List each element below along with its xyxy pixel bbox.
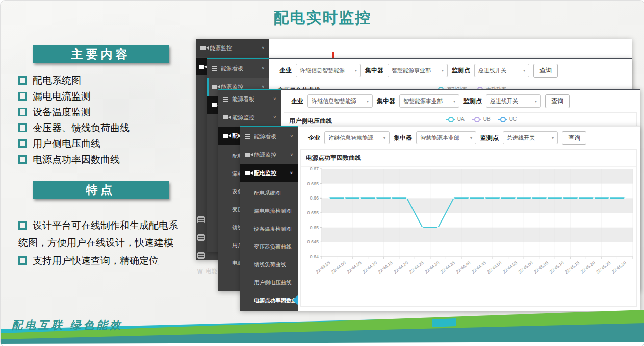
menu-item-energy-monitor[interactable]: 能源监控 ∨ bbox=[196, 39, 269, 57]
enterprise-select[interactable]: 许继信息智慧能源▾ bbox=[296, 64, 361, 77]
legend-circle bbox=[448, 117, 454, 122]
concentrator-label: 集中器 bbox=[365, 66, 383, 75]
enterprise-label: 企业 bbox=[291, 97, 303, 106]
list-item: 设计平台可在线制作和生成配电系统图，方便用户在线设计，快速建模 bbox=[18, 217, 183, 252]
caret-down-icon: ▾ bbox=[355, 68, 357, 73]
sidebar-power-factor: 能源看板∨能源监控∨配电监控∨配电系统图漏电电流检测图设备温度检测图变压器负荷曲… bbox=[240, 126, 298, 311]
x-axis-label: 22:43:55 bbox=[315, 260, 331, 275]
chart-legend: UAUBUC bbox=[446, 116, 517, 122]
list-item: 电源点功率因数曲线 bbox=[18, 152, 187, 167]
x-axis-label: 22:44:15 bbox=[377, 260, 393, 275]
list-item: 变压器、馈线负荷曲线 bbox=[18, 120, 187, 136]
enterprise-select[interactable]: 许继信息智慧能源▾ bbox=[307, 94, 373, 108]
select-value: 总进线开关 bbox=[507, 134, 535, 142]
bullet-square-icon bbox=[18, 92, 27, 101]
footer-slogan: 配电互联 绿色能效 bbox=[12, 318, 123, 332]
select-value: 许继信息智慧能源 bbox=[312, 97, 356, 105]
point-select[interactable]: 总进线开关▾ bbox=[474, 64, 529, 77]
point-label: 监测点 bbox=[480, 134, 499, 142]
chevron-down-icon: ∨ bbox=[261, 46, 265, 50]
concentrator-select[interactable]: 智慧能源事业部▾ bbox=[416, 131, 476, 144]
legend-item[interactable]: UA bbox=[446, 116, 465, 122]
select-value: 智慧能源事业部 bbox=[420, 134, 459, 142]
video-camera-icon bbox=[200, 46, 206, 50]
panel-power-factor: 电源点功率因数曲线 0.670.6650.660.6550.650.6450.6… bbox=[300, 149, 637, 307]
video-camera-icon bbox=[212, 103, 217, 107]
list-item-label: 支持用户快速查询，精确定位 bbox=[33, 255, 159, 266]
submenu-item[interactable]: 馈线负荷曲线 bbox=[240, 256, 298, 274]
concentrator-label: 集中器 bbox=[377, 97, 395, 106]
chevron-down-icon: ∨ bbox=[290, 171, 293, 175]
x-axis-label: 22:44:40 bbox=[455, 260, 471, 275]
caret-down-icon: ▾ bbox=[442, 68, 444, 73]
dashboard-icon bbox=[223, 97, 228, 102]
menu-group-icon-1[interactable] bbox=[197, 213, 207, 226]
submenu-item[interactable]: 配电系统图 bbox=[240, 184, 298, 202]
x-axis-label: 22:45:10 bbox=[549, 260, 565, 275]
query-button[interactable]: 查询 bbox=[533, 64, 558, 78]
section-header-main: 主要内容 bbox=[33, 45, 169, 63]
legend-item[interactable]: UC bbox=[498, 116, 517, 122]
list-item-label: 电源点功率因数曲线 bbox=[33, 153, 120, 166]
submenu-item[interactable]: 变压器负荷曲线 bbox=[240, 238, 298, 256]
submenu-item[interactable]: 用户侧电压曲线 bbox=[240, 274, 298, 291]
select-value: 智慧能源事业部 bbox=[403, 97, 443, 105]
svg-text:0.645: 0.645 bbox=[307, 239, 319, 244]
filter-bar: 企业许继信息智慧能源▾集中器智慧能源事业部▾监测点总进线开关▾查询 bbox=[269, 59, 632, 82]
concentrator-select[interactable]: 智慧能源事业部▾ bbox=[388, 64, 448, 77]
slide: 配电实时监控 主要内容 配电系统图漏电电流监测设备温度监测变压器、馈线负荷曲线用… bbox=[0, 0, 644, 346]
submenu-item[interactable]: 漏电电流检测图 bbox=[240, 202, 298, 220]
video-camera-icon bbox=[199, 65, 204, 69]
caret-down-icon: ▾ bbox=[470, 136, 472, 140]
menu-item-energy-board[interactable]: 能源看板∨ bbox=[240, 127, 298, 145]
chevron-down-icon: ∨ bbox=[261, 85, 265, 89]
dashboard-icon bbox=[245, 134, 250, 139]
bullet-square-icon bbox=[18, 139, 27, 148]
bullet-square-icon bbox=[18, 155, 27, 164]
legend-label: UA bbox=[457, 116, 465, 122]
menu-item-dist-monitor[interactable]: 配电监控∨ bbox=[240, 164, 298, 182]
page-title: 配电实时监控 bbox=[1, 8, 644, 29]
menu-group-icon-2[interactable] bbox=[197, 231, 207, 244]
menu-item-energy-quality[interactable]: W 电能 bbox=[197, 267, 217, 275]
query-button[interactable]: 查询 bbox=[562, 131, 586, 145]
sidebar-back-strip: W 电能 bbox=[196, 57, 207, 260]
legend-marker-icon bbox=[472, 117, 481, 122]
menu-item-label: 能源看板 bbox=[221, 65, 243, 72]
legend-circle bbox=[474, 117, 480, 122]
menu-item-energy-monitor[interactable]: 能源监控∨ bbox=[218, 108, 281, 127]
concentrator-label: 集中器 bbox=[394, 134, 412, 142]
x-axis-label: 22:45:15 bbox=[564, 260, 580, 275]
caret-down-icon: ▾ bbox=[535, 99, 537, 104]
menu-item-energy-board[interactable]: 能源看板∨ bbox=[207, 59, 269, 78]
menu-item-energy-monitor[interactable]: 能源监控∨ bbox=[240, 145, 298, 164]
query-button[interactable]: 查询 bbox=[545, 94, 570, 108]
x-axis-label: 22:44:50 bbox=[486, 260, 502, 275]
content-power-factor: 企业许继信息智慧能源▾集中器智慧能源事业部▾监测点总进线开关▾查询 电源点功率因… bbox=[298, 126, 640, 311]
list-item: 设备温度监测 bbox=[18, 104, 187, 120]
concentrator-select[interactable]: 智慧能源事业部▾ bbox=[399, 94, 459, 108]
x-axis-label: 22:45:25 bbox=[595, 260, 611, 275]
point-select[interactable]: 总进线开关▾ bbox=[486, 94, 541, 108]
x-axis-label: 22:45:05 bbox=[533, 260, 549, 275]
bullet-square-icon bbox=[18, 76, 27, 85]
panel-title: 电源点功率因数曲线 bbox=[306, 154, 361, 161]
legend-item[interactable]: UB bbox=[472, 116, 491, 122]
menu-item-label: 能源监控 bbox=[254, 151, 276, 159]
list-item-label: 变压器、馈线负荷曲线 bbox=[33, 121, 130, 135]
enterprise-select[interactable]: 许继信息智慧能源▾ bbox=[324, 131, 390, 144]
menu-item-label: 配电监控 bbox=[254, 169, 276, 177]
bullet-square-icon bbox=[18, 256, 27, 265]
submenu-item[interactable]: 设备温度检测图 bbox=[240, 220, 298, 238]
svg-text:0.65: 0.65 bbox=[310, 225, 319, 230]
legend-label: UB bbox=[483, 116, 491, 122]
dashboard-icon bbox=[212, 66, 217, 71]
bullet-square-icon bbox=[18, 108, 27, 116]
select-value: 许继信息智慧能源 bbox=[328, 134, 373, 142]
menu-group-icon-3[interactable] bbox=[197, 249, 207, 262]
point-select[interactable]: 总进线开关▾ bbox=[503, 131, 558, 144]
video-camera-icon bbox=[223, 115, 228, 119]
feature-list: 设计平台可在线制作和生成配电系统图，方便用户在线设计，快速建模支持用户快速查询，… bbox=[18, 217, 183, 270]
list-item: 漏电电流监测 bbox=[18, 88, 187, 104]
menu-item-energy-board[interactable]: 能源看板∨ bbox=[218, 90, 281, 108]
